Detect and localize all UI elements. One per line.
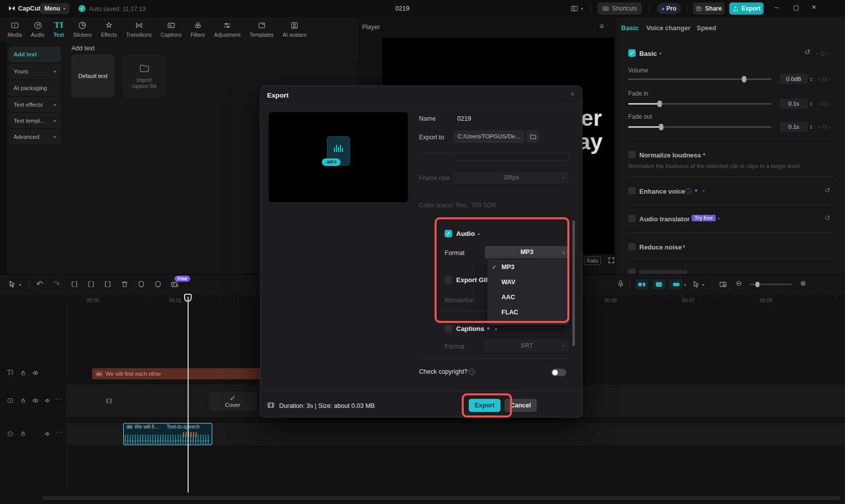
tab-effects[interactable]: Effects	[97, 21, 122, 38]
ratio-button[interactable]: Ratio	[584, 257, 601, 265]
normalize-checkbox[interactable]	[628, 151, 636, 158]
help-icon[interactable]: ?	[469, 369, 475, 375]
close-button[interactable]: ×	[812, 3, 816, 11]
more-options-icon[interactable]: ···	[55, 395, 63, 402]
share-button[interactable]: Share	[693, 3, 724, 15]
fadein-stepper[interactable]: ▴▾	[810, 99, 812, 109]
tab-text[interactable]: TIText	[49, 21, 68, 38]
redo-icon[interactable]: ↷	[53, 279, 60, 289]
slider-thumb[interactable]	[659, 124, 663, 130]
audio-clip[interactable]: Aa We will fi... Text-to-speech	[123, 423, 212, 445]
tab-filters[interactable]: Filters	[186, 21, 210, 38]
tab-basic[interactable]: Basic	[621, 24, 639, 32]
link-toggle-icon[interactable]	[669, 279, 683, 289]
pro-badge[interactable]: ♦ Pro	[657, 3, 681, 14]
chevron-down-icon[interactable]: ▾	[702, 283, 704, 287]
timeline-zoom-slider[interactable]	[749, 284, 792, 285]
copyright-toggle[interactable]	[551, 369, 566, 376]
split-icon[interactable]	[70, 280, 78, 288]
audio-translator-checkbox[interactable]	[628, 215, 636, 222]
keyframe-controls[interactable]: ‹◇›	[818, 75, 830, 82]
fadeout-stepper[interactable]: ▴▾	[810, 122, 812, 132]
volume-slider[interactable]	[628, 78, 772, 80]
split-left-icon[interactable]	[87, 280, 95, 288]
collapse-icon[interactable]: ▴	[495, 326, 497, 331]
name-value[interactable]: 0219	[457, 115, 471, 122]
sidebar-item-advanced[interactable]: Advanced▾	[9, 129, 61, 144]
chevron-down-icon[interactable]: ▾	[19, 283, 21, 287]
fadeout-value[interactable]: 0.1s	[780, 122, 808, 132]
collapse-icon[interactable]: ▴	[659, 51, 661, 55]
sidebar-item-yours[interactable]: Yours▾	[9, 64, 61, 79]
dialog-close-icon[interactable]: ×	[570, 90, 574, 98]
minimize-button[interactable]: –	[775, 3, 779, 11]
fullscreen-icon[interactable]	[608, 257, 615, 264]
cover-button[interactable]: Cover	[209, 392, 257, 411]
captions-checkbox[interactable]	[445, 325, 452, 332]
tab-captions[interactable]: Captions	[156, 21, 186, 38]
slider-thumb[interactable]	[742, 76, 746, 82]
split-right-icon[interactable]	[104, 280, 112, 288]
layout-chevron-icon[interactable]: ▾	[581, 7, 583, 11]
select-cursor-icon[interactable]	[8, 280, 16, 288]
shield-icon[interactable]	[154, 280, 162, 288]
auto-cut-icon[interactable]	[652, 279, 665, 289]
preview-zoom-icon[interactable]	[719, 280, 727, 289]
slider-thumb[interactable]	[755, 282, 759, 287]
basic-checkbox[interactable]: ✓	[628, 49, 636, 57]
tab-adjustment[interactable]: Adjustment	[210, 21, 245, 38]
maximize-button[interactable]	[794, 6, 799, 11]
browse-folder-button[interactable]	[527, 130, 539, 143]
exportto-field[interactable]: C:/Users/TOPGUS/De...	[454, 130, 524, 143]
framerate-dropdown[interactable]: 30fps ▾	[454, 172, 569, 184]
fadeout-slider[interactable]	[628, 126, 772, 128]
preview-cursor-icon[interactable]	[692, 280, 700, 288]
keyframe-controls[interactable]: ‹◇›	[818, 100, 830, 107]
sidebar-item-add-text[interactable]: Add text	[9, 47, 61, 62]
tab-templates[interactable]: Templates	[245, 21, 278, 38]
keyframe-controls[interactable]: ‹◇›	[818, 123, 830, 130]
mute-icon[interactable]	[44, 431, 51, 437]
zoom-in-icon[interactable]: ⊕	[800, 279, 806, 287]
reduce-noise-checkbox[interactable]	[628, 243, 636, 250]
undo-icon[interactable]: ↶	[36, 279, 43, 289]
captions-format-dropdown[interactable]: SRT ▾	[485, 340, 569, 352]
keyframe-controls[interactable]: ‹◇›	[816, 50, 828, 57]
import-caption-card[interactable]: Import caption file	[123, 54, 165, 98]
eye-icon[interactable]	[32, 370, 39, 376]
volume-value[interactable]: 0.0dB	[780, 74, 808, 84]
player-menu-icon[interactable]: ≡	[600, 22, 604, 30]
playhead-handle[interactable]	[184, 294, 192, 302]
lock-icon[interactable]	[20, 370, 26, 376]
chevron-down-icon[interactable]: ▾	[684, 283, 686, 287]
snap-toggle-icon[interactable]	[635, 279, 648, 289]
chevron-down-icon[interactable]: ▾	[703, 189, 705, 193]
export-button-top[interactable]: Export	[729, 3, 764, 15]
delete-icon[interactable]	[121, 280, 129, 288]
dialog-scrollbar[interactable]	[572, 220, 575, 346]
lock-icon[interactable]	[20, 397, 26, 403]
tab-stickers[interactable]: Stickers	[68, 21, 96, 38]
tab-audio[interactable]: Audio	[27, 21, 49, 38]
default-text-card[interactable]: Default text	[71, 54, 114, 98]
sidebar-item-ai-packaging[interactable]: AI packaging	[9, 80, 61, 96]
record-mic-icon[interactable]	[617, 280, 625, 288]
chevron-down-icon[interactable]: ▾	[718, 216, 720, 221]
tab-media[interactable]: Media	[3, 21, 27, 38]
more-options-icon[interactable]: ···	[55, 429, 63, 436]
sidebar-item-text-effects[interactable]: Text effects▾	[9, 97, 61, 112]
layout-icon[interactable]	[570, 5, 578, 13]
menu-button[interactable]: Menu▾	[40, 3, 69, 14]
reset-icon[interactable]: ↺	[824, 186, 830, 194]
timeline-scrollbar[interactable]	[43, 496, 840, 500]
shortcuts-button[interactable]: Shortcuts	[598, 3, 642, 15]
slider-thumb[interactable]	[657, 101, 662, 107]
mute-icon[interactable]	[44, 397, 51, 404]
eye-icon[interactable]	[32, 397, 39, 404]
cutoff-section-checkbox[interactable]	[628, 269, 636, 274]
fadein-value[interactable]: 0.1s	[780, 99, 808, 109]
zoom-out-icon[interactable]: ⊖	[736, 279, 742, 287]
tab-speed[interactable]: Speed	[697, 24, 716, 32]
tab-transitions[interactable]: Transitions	[122, 21, 156, 38]
volume-stepper[interactable]: ▴▾	[810, 74, 812, 84]
